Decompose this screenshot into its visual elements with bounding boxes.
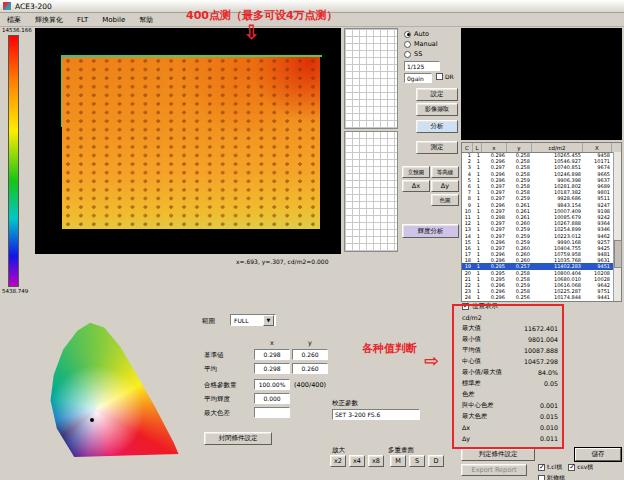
shutter-field[interactable]: 1/125	[404, 61, 440, 71]
menu-item[interactable]: 檔案	[0, 15, 28, 25]
stat-row: 中心值10457.298	[462, 356, 558, 367]
table-header-cell: L	[473, 143, 482, 152]
analyze-button[interactable]: 分析	[416, 120, 458, 133]
table-row[interactable]: 110.2960.25810265.4559458	[462, 152, 613, 158]
radio-icon[interactable]	[404, 31, 411, 38]
table-row[interactable]: 910.2960.2619843.1549247	[462, 202, 613, 208]
table-cell: 10680.010	[532, 276, 583, 282]
table-cell: 10085.679	[532, 214, 583, 220]
checkbox-icon[interactable]	[568, 464, 575, 471]
table-row[interactable]: 1110.2980.26110085.6799242	[462, 214, 613, 220]
mode-radio-auto[interactable]: Auto	[404, 29, 458, 39]
save-button[interactable]: 儲存	[575, 448, 621, 461]
measurement-viewport[interactable]	[35, 28, 341, 254]
menu-item[interactable]: Mobile	[95, 16, 132, 24]
table-row[interactable]: 1610.2970.26010404.7559425	[462, 245, 613, 251]
table-row[interactable]: 310.2970.25810740.8519674	[462, 164, 613, 170]
table-cell: 0.295	[482, 263, 507, 269]
table-cell: 1	[473, 202, 482, 208]
close-condition-button[interactable]: 封閉條件設定	[204, 432, 272, 445]
table-cell: 0.256	[507, 294, 532, 300]
table-row[interactable]: 1810.2960.26011035.7689631	[462, 257, 613, 263]
table-row[interactable]: 1310.2970.25910254.8999346	[462, 226, 613, 232]
table-row[interactable]: 510.2960.2599906.3989637	[462, 177, 613, 183]
dr-checkbox[interactable]: DR	[436, 73, 454, 80]
multi-view-m-button[interactable]: M	[390, 455, 406, 467]
range-select[interactable]: FULL ▼	[230, 314, 276, 326]
table-row[interactable]: 410.2960.25810246.8989665	[462, 171, 613, 177]
gain-field[interactable]: 0gain	[404, 73, 432, 83]
file-checkbox-彩條檔[interactable]: 彩條檔	[538, 474, 565, 480]
delta-x-button[interactable]: Δx	[402, 180, 430, 192]
pass-rate-value: 100.00%	[254, 379, 290, 390]
position-display-box[interactable]	[462, 303, 469, 310]
luminance-analysis-button[interactable]: 輝度分析	[402, 224, 459, 238]
contour-button[interactable]: 等高線	[431, 166, 459, 178]
table-cell: 0.261	[507, 202, 532, 208]
table-row[interactable]: 1010.2970.26110007.4099198	[462, 208, 613, 214]
table-cell: 7	[462, 189, 473, 195]
delta-y-button[interactable]: Δy	[431, 180, 459, 192]
multi-view-s-button[interactable]: S	[409, 455, 425, 467]
chevron-down-icon[interactable]: ▼	[263, 315, 274, 326]
column-y-label: y	[292, 339, 328, 347]
zoom-x2-button[interactable]: x2	[330, 455, 346, 467]
reference-y-field[interactable]: 0.260	[292, 349, 328, 360]
table-cell: 1	[473, 251, 482, 257]
table-row[interactable]: 210.2960.25810546.92710171	[462, 158, 613, 164]
table-row[interactable]: 1510.2960.2599990.1689257	[462, 239, 613, 245]
table-cell: 11402.283	[532, 263, 583, 269]
multi-view-button-group: MSD	[390, 455, 444, 467]
zoom-x4-button[interactable]: x4	[349, 455, 365, 467]
heatmap-image[interactable]	[62, 57, 320, 229]
avg-luminance-field[interactable]: 0.000	[254, 393, 290, 404]
menu-item[interactable]: 輝換算化	[28, 15, 70, 25]
multi-view-d-button[interactable]: D	[428, 455, 444, 467]
table-row[interactable]: 1410.2970.25910223.0129462	[462, 232, 613, 238]
table-row[interactable]: 710.2970.25810187.3829801	[462, 189, 613, 195]
table-row[interactable]: 2010.2950.25810800.40410208	[462, 270, 613, 276]
table-row[interactable]: 810.2970.2599928.6869511	[462, 195, 613, 201]
checkbox-icon[interactable]	[538, 475, 545, 480]
solid-view-button[interactable]: 立體圖	[402, 166, 430, 178]
setting-button[interactable]: 設定	[416, 88, 458, 101]
judge-condition-button[interactable]: 判定條件設定	[461, 448, 535, 461]
image-capture-button[interactable]: 影像撷取	[416, 103, 458, 116]
table-scrollbar[interactable]	[613, 152, 621, 301]
colormap-button[interactable]: 色圖	[431, 194, 459, 206]
calibration-field[interactable]: SET 3-200 FS.6	[332, 409, 420, 420]
table-row[interactable]: 2310.2960.25810225.2879751	[462, 288, 613, 294]
scrollbar-thumb[interactable]	[614, 240, 622, 268]
position-display-checkbox[interactable]: 位置表示	[462, 302, 498, 311]
measure-button[interactable]: 測定	[416, 141, 458, 154]
table-row[interactable]: 2110.2950.25810680.01010028	[462, 276, 613, 282]
table-row[interactable]: 1910.2950.25711402.2839451	[462, 263, 613, 269]
table-row[interactable]: 610.2970.25810281.8029689	[462, 183, 613, 189]
menu-item[interactable]: FLT	[70, 16, 95, 24]
max-color-diff-field[interactable]	[254, 407, 290, 418]
file-checkbox-t.cl檔[interactable]: t.cl檔	[538, 463, 562, 472]
menu-item[interactable]: 幫助	[132, 15, 160, 25]
table-row[interactable]: 2210.2960.25910616.0689642	[462, 282, 613, 288]
mode-radio-ss[interactable]: SS	[404, 49, 458, 59]
table-cell: 0.261	[507, 214, 532, 220]
zoom-x8-button[interactable]: x8	[368, 455, 384, 467]
radio-icon[interactable]	[404, 41, 411, 48]
table-row[interactable]: 2410.2960.25610174.8449441	[462, 294, 613, 300]
checkbox-icon[interactable]	[538, 464, 545, 471]
table-cell: 1	[473, 152, 482, 158]
measurement-table[interactable]: CLxycd/m2X 110.2960.25810265.4559458210.…	[461, 142, 622, 302]
mode-radio-manual[interactable]: Manual	[404, 39, 458, 49]
table-cell: 10171	[583, 158, 612, 164]
reference-x-field[interactable]: 0.298	[254, 349, 290, 360]
table-cell: 1	[473, 208, 482, 214]
table-row[interactable]: 1710.2960.26010759.9589481	[462, 251, 613, 257]
file-checkbox-csv檔[interactable]: csv檔	[568, 463, 593, 472]
table-row[interactable]: 1210.2970.26010267.8889364	[462, 220, 613, 226]
app-window: ACE3-200 檔案輝換算化FLTMobile幫助 14536.166 543…	[0, 0, 624, 480]
dr-checkbox-box[interactable]	[436, 73, 443, 80]
radio-icon[interactable]	[404, 51, 411, 58]
stat-row: 最大色差0.015	[462, 411, 558, 422]
table-cell: 9674	[583, 164, 612, 170]
table-cell: 10	[462, 208, 473, 214]
